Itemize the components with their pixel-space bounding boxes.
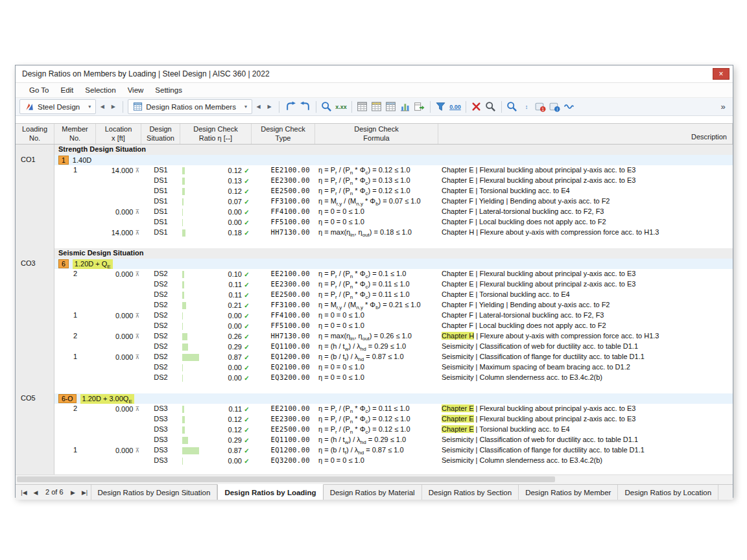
description: Seismicity | Classification of web for d… [438,435,733,445]
result-row[interactable]: DS30.12✓EE2300.00η = Pr / (Pn * Φc) = 0.… [16,414,733,425]
result-row[interactable]: DS30.29✓EQ1100.00η = (h / tw) / λhd = 0.… [16,435,733,445]
tab-design-ratios-by-design-situation[interactable]: Design Ratios by Design Situation [91,485,218,500]
column-header-design-check-ratio-[interactable]: Design Check Ratio η [--] [180,124,252,144]
result-row[interactable]: 20.000⊼DS20.10✓EE2100.00η = Pr / (Pn * Φ… [16,269,733,279]
next-table-button[interactable]: ▶ [67,485,79,500]
title-bar[interactable]: Design Ratios on Members by Loading | St… [16,65,733,83]
filter-results-icon[interactable] [434,100,448,114]
module-prev-button[interactable]: ◀ [97,100,107,113]
column-header-description[interactable]: Description [438,124,733,144]
table-next-button[interactable]: ▶ [265,100,274,113]
module-selector[interactable]: Steel Design ▾ [19,99,96,114]
loading-column-cell [16,217,54,228]
combination-number-badge: 6-O [58,394,77,403]
decimal-places-icon[interactable]: 0.00 [448,100,462,114]
menu-go-to[interactable]: Go To [23,83,54,97]
results-table-selector[interactable]: Design Ratios on Members ▾ [128,99,252,114]
check-passed-icon: ✓ [242,166,252,176]
result-row[interactable]: 20.000⊼DS30.11✓EE2100.00η = Pr / (Pn * Φ… [16,404,733,414]
module-next-button[interactable]: ▶ [108,100,118,113]
result-row[interactable]: DS10.13✓EE2300.00η = Pr / (Pn * Φc) = 0.… [16,176,733,186]
column-header-loading-no-[interactable]: Loading No. [16,124,54,144]
design-check-type: EE2500.00 [252,290,315,300]
ratio-bar [182,188,185,195]
result-row[interactable]: DS10.12✓EE2500.00η = Pr / (Pn * Φc) = 0.… [16,186,733,196]
edit-result-values-icon[interactable]: x.xx [334,100,348,114]
column-header-design-check-formula[interactable]: Design Check Formula [315,124,438,144]
menu-settings[interactable]: Settings [149,83,188,97]
tab-design-ratios-by-loading[interactable]: Design Ratios by Loading [217,484,323,500]
result-row[interactable]: DS20.00✓EQ3200.00η = 0 = 0 ≤ 1.0Seismici… [16,373,733,383]
tab-design-ratios-by-member[interactable]: Design Ratios by Member [519,485,618,500]
location-value [96,435,141,445]
description-chapter-tag: Chapter F [442,197,473,205]
close-button[interactable]: × [713,68,729,80]
result-row[interactable]: 10.000⊼DS20.00✓FF4100.00η = 0 = 0 ≤ 1.0C… [16,310,733,321]
extreme-location-icon: ⊼ [135,311,139,321]
sort-results-icon[interactable]: ↕ [519,100,534,114]
combination-row[interactable]: CO56-O1.20D + 3.00QE [16,393,733,404]
search-result-values-icon[interactable] [320,100,334,114]
result-row[interactable]: DS20.00✓FF5100.00η = 0 = 0 ≤ 1.0Chapter … [16,321,733,331]
comments-icon[interactable] [562,100,576,114]
tab-design-ratios-by-section[interactable]: Design Ratios by Section [422,485,519,500]
loading-number: CO1 [16,155,54,165]
result-row[interactable]: DS10.07✓FF3100.00η = Mr,y / (Mn,y * Φb) … [16,196,733,207]
ratio-bar-track [182,219,202,226]
location-value [96,414,141,425]
first-table-button[interactable]: |◀ [18,485,30,500]
table-settings-icon[interactable] [384,100,398,114]
combination-row[interactable]: CO111.40D [16,155,733,165]
result-row[interactable]: 0.000⊼DS10.00✓FF4100.00η = 0 = 0 ≤ 1.0Ch… [16,207,733,217]
result-row[interactable]: DS20.29✓EQ1100.00η = (h / tw) / λhd = 0.… [16,342,733,352]
column-header-design-check-type[interactable]: Design Check Type [252,124,315,144]
design-check-formula: η = 0 = 0 ≤ 1.0 [315,321,438,331]
result-row[interactable]: 14.000⊼DS10.18✓HH7130.00η = max(ηin, ηou… [16,228,733,238]
result-row[interactable]: DS20.21✓FF3100.00η = Mr,y / (Mn,y * Φb) … [16,300,733,310]
result-row[interactable]: DS20.00✓EQ2100.00η = 0 = 0 ≤ 1.0Seismici… [16,362,733,373]
table-filter-view-icon[interactable] [370,100,384,114]
result-row[interactable]: DS10.00✓FF5100.00η = 0 = 0 ≤ 1.0Chapter … [16,217,733,228]
result-diagrams-icon[interactable] [298,100,313,114]
result-row[interactable]: 114.000⊼DS10.12✓EE2100.00η = Pr / (Pn * … [16,165,733,176]
result-row[interactable]: 10.000⊼DS20.87✓EQ1200.00η = (b / tf) / λ… [16,352,733,362]
table-prev-button[interactable]: ◀ [254,100,263,113]
delete-results-icon[interactable] [469,100,484,114]
result-row[interactable]: DS20.11✓EE2300.00η = Pr / (Pn * Φc) = 0.… [16,279,733,290]
column-header-member-no-[interactable]: Member No. [54,124,96,144]
design-check-formula: η = Pr / (Pn * Φc) = 0.12 ≤ 1.0 [315,414,438,425]
design-ratio-cell: 0.13✓ [180,176,252,186]
result-chart-icon[interactable] [398,100,412,114]
loading-column-cell [16,300,54,310]
location-value [96,186,141,196]
table-view-icon[interactable] [355,100,370,114]
prev-table-button[interactable]: ◀ [30,485,42,500]
horizontal-scrollbar[interactable] [16,474,733,484]
horizontal-scrollbar-thumb[interactable] [17,476,555,482]
result-row[interactable]: 20.000⊼DS20.26✓HH7130.00η = max(ηin, ηou… [16,331,733,342]
last-table-button[interactable]: ▶| [79,485,91,500]
toolbar-overflow-icon[interactable]: » [717,102,729,111]
description-chapter-tag: Chapter F [442,311,473,319]
result-row[interactable]: 10.000⊼DS30.87✓EQ1200.00η = (b / tf) / λ… [16,445,733,456]
menu-edit[interactable]: Edit [54,83,79,97]
search-icon[interactable] [484,100,498,114]
export-table-icon[interactable] [412,100,427,114]
tab-design-ratios-by-location[interactable]: Design Ratios by Location [618,485,718,500]
column-header-design-situation[interactable]: Design Situation [141,124,180,144]
menu-selection[interactable]: Selection [79,83,121,97]
description-text: | Maximum spacing of beam bracing acc. t… [474,363,630,371]
result-row[interactable]: DS30.00✓EQ3200.00η = 0 = 0 ≤ 1.0Seismici… [16,456,733,466]
toolbar-icons: x.xx0.00↕1i [284,100,716,114]
column-header-location-x-ft-[interactable]: Location x [ft] [96,124,141,144]
result-row[interactable]: DS30.12✓EE2500.00η = Pr / (Pn * Φc) = 0.… [16,425,733,435]
result-row[interactable]: DS20.11✓EE2500.00η = Pr / (Pn * Φc) = 0.… [16,290,733,300]
program-info-icon[interactable]: i [548,100,562,114]
show-in-graphic-icon[interactable] [284,100,298,114]
location-value [96,176,141,186]
combination-row[interactable]: CO361.20D + QE [16,259,733,269]
messages-icon[interactable]: 1 [534,100,548,114]
find-in-table-icon[interactable] [505,100,519,114]
tab-design-ratios-by-material[interactable]: Design Ratios by Material [324,485,422,500]
menu-view[interactable]: View [122,83,150,97]
